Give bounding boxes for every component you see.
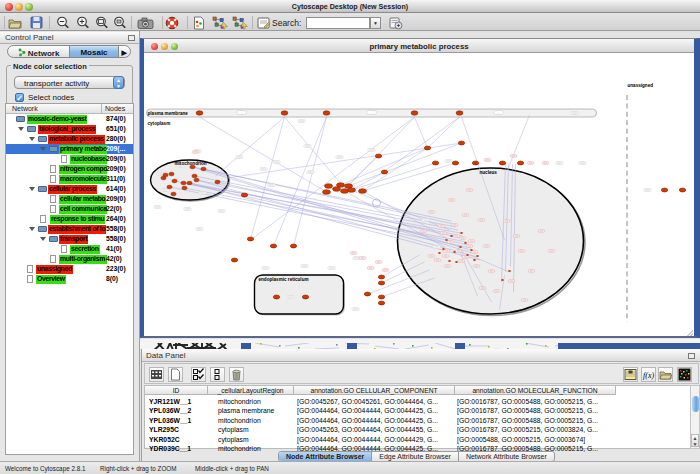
svg-text:f(x): f(x) (643, 371, 654, 380)
svg-text:cytoplasm: cytoplasm (148, 121, 171, 126)
svg-text:plasma membrane: plasma membrane (148, 111, 189, 116)
svg-text:endoplasmic reticulum: endoplasmic reticulum (259, 277, 309, 282)
svg-text:nucleus: nucleus (480, 170, 498, 175)
svg-text:unassigned: unassigned (628, 83, 654, 88)
